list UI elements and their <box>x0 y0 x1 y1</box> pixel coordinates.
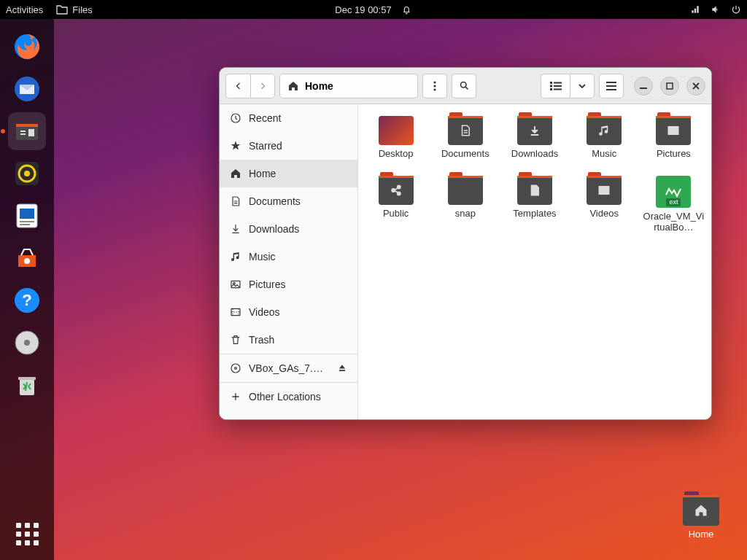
svg-point-22 <box>433 81 436 83</box>
file-item[interactable]: Public <box>364 176 427 233</box>
forward-button[interactable] <box>250 74 275 98</box>
svg-point-41 <box>231 364 240 373</box>
sidebar-item-videos[interactable]: Videos <box>220 298 357 326</box>
sidebar-other-locations[interactable]: Other Locations <box>220 383 357 411</box>
dock-software[interactable] <box>8 239 46 277</box>
view-controls <box>541 74 595 98</box>
svg-rect-20 <box>20 379 34 395</box>
path-menu-button[interactable] <box>422 74 447 98</box>
hamburger-menu-button[interactable] <box>599 74 624 98</box>
network-icon[interactable] <box>690 4 700 15</box>
sidebar-item-pictures[interactable]: Pictures <box>220 271 357 298</box>
sidebar-mount[interactable]: VBox_GAs_7.… <box>220 354 357 382</box>
dock-thunderbird[interactable] <box>8 70 46 108</box>
path-bar[interactable]: Home <box>279 74 418 98</box>
file-item[interactable]: Music <box>573 116 636 160</box>
sidebar: RecentStarredHomeDocumentsDownloadsMusic… <box>220 104 358 419</box>
svg-point-25 <box>460 82 466 88</box>
svg-point-42 <box>235 368 237 370</box>
svg-rect-3 <box>16 124 38 127</box>
content-area[interactable]: DesktopDocumentsDownloadsMusicPicturesPu… <box>358 104 711 419</box>
dock-disc[interactable] <box>8 324 46 362</box>
sidebar-item-label: Recent <box>249 112 281 124</box>
extension-icon: ext <box>656 176 691 208</box>
sidebar-item-home[interactable]: Home <box>220 160 357 187</box>
list-view-button[interactable] <box>541 74 570 98</box>
folder-icon <box>448 176 483 205</box>
svg-point-19 <box>24 340 30 346</box>
minimize-button[interactable] <box>634 77 653 96</box>
maximize-button[interactable] <box>660 77 679 96</box>
sidebar-item-documents[interactable]: Documents <box>220 187 357 215</box>
dock-help[interactable]: ? <box>8 281 46 319</box>
menu-icon <box>606 82 616 90</box>
view-options-button[interactable] <box>570 74 595 98</box>
top-bar: Activities Files Dec 19 00:57 <box>0 0 747 19</box>
back-button[interactable] <box>225 74 250 98</box>
folder-icon <box>656 116 691 145</box>
disc-icon <box>230 362 241 374</box>
sidebar-item-starred[interactable]: Starred <box>220 132 357 160</box>
file-label: Documents <box>441 148 489 160</box>
file-label: Downloads <box>511 148 558 160</box>
svg-rect-32 <box>606 82 616 83</box>
file-item[interactable]: Templates <box>503 176 566 233</box>
sidebar-item-recent[interactable]: Recent <box>220 104 357 132</box>
dock-firefox[interactable] <box>8 28 46 66</box>
activities-button[interactable]: Activities <box>6 4 43 15</box>
dock: ? <box>0 19 54 560</box>
show-applications[interactable] <box>8 515 46 553</box>
volume-icon[interactable] <box>711 4 721 15</box>
svg-point-14 <box>24 258 30 264</box>
folder-icon <box>587 116 622 145</box>
svg-rect-48 <box>599 186 609 194</box>
dock-trash[interactable] <box>8 366 46 404</box>
notification-icon[interactable] <box>402 4 412 15</box>
sidebar-item-music[interactable]: Music <box>220 243 357 271</box>
file-item[interactable]: Documents <box>433 116 497 160</box>
file-label: Desktop <box>379 148 414 160</box>
close-icon <box>692 82 700 90</box>
dock-libreoffice-writer[interactable] <box>8 197 46 235</box>
file-item[interactable]: Videos <box>573 176 636 233</box>
sidebar-item-label: Documents <box>249 195 301 207</box>
titlebar[interactable]: Home <box>220 68 711 104</box>
window-controls <box>634 77 705 96</box>
sidebar-item-downloads[interactable]: Downloads <box>220 215 357 243</box>
dock-rhythmbox[interactable] <box>8 155 46 192</box>
folder-icon <box>587 176 622 205</box>
sidebar-item-label: Pictures <box>249 279 286 290</box>
search-button[interactable] <box>452 74 476 98</box>
file-label: Public <box>383 208 409 219</box>
svg-rect-21 <box>18 377 36 380</box>
file-item[interactable]: Downloads <box>503 116 566 160</box>
svg-rect-30 <box>554 85 562 87</box>
sidebar-item-label: Music <box>249 251 276 262</box>
svg-rect-34 <box>606 89 616 90</box>
topbar-app-label: Files <box>72 4 92 15</box>
file-item[interactable]: snap <box>433 176 497 233</box>
sidebar-item-label: Videos <box>249 306 280 318</box>
file-item[interactable]: Desktop <box>364 116 427 160</box>
file-label: Oracle_VM_VirtualBo… <box>642 211 705 233</box>
file-item[interactable]: extOracle_VM_VirtualBo… <box>642 176 705 233</box>
svg-point-23 <box>433 85 436 87</box>
desktop-home-folder[interactable]: Home <box>676 495 727 540</box>
folder-icon <box>56 4 68 15</box>
dock-files[interactable] <box>8 112 46 150</box>
topbar-app-menu[interactable]: Files <box>56 4 92 15</box>
plus-icon <box>230 391 241 402</box>
svg-rect-29 <box>554 82 562 83</box>
file-label: snap <box>455 208 476 219</box>
svg-point-9 <box>24 171 30 176</box>
close-button[interactable] <box>686 77 705 96</box>
svg-rect-12 <box>20 221 34 222</box>
file-item[interactable]: Pictures <box>642 116 705 160</box>
eject-icon[interactable] <box>337 363 347 373</box>
sidebar-item-trash[interactable]: Trash <box>220 326 357 354</box>
folder-icon <box>448 116 483 145</box>
clock[interactable]: Dec 19 00:57 <box>335 4 391 15</box>
power-icon[interactable] <box>731 4 741 15</box>
folder-icon <box>517 116 552 145</box>
svg-rect-28 <box>550 88 552 90</box>
